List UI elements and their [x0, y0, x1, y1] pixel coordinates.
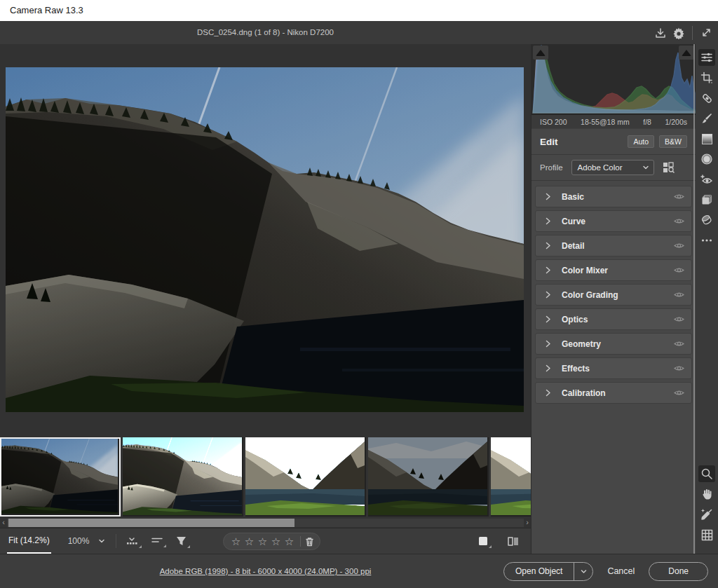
linear-gradient-icon[interactable] [698, 130, 715, 147]
snapshots-icon[interactable] [698, 212, 715, 228]
panel-optics[interactable]: Optics [535, 308, 692, 330]
panel-color-grading[interactable]: Color Grading [535, 284, 692, 306]
panel-scrollbar[interactable] [693, 44, 695, 554]
open-object-dropdown[interactable] [574, 563, 592, 580]
scroll-left-icon[interactable]: ‹ [0, 517, 7, 528]
preview-mode-icon[interactable] [477, 535, 489, 547]
profile-row: Profile Adobe Color [531, 155, 696, 180]
eye-icon[interactable] [674, 266, 684, 274]
white-balance-eyedropper-icon[interactable] [698, 506, 715, 523]
chevron-right-icon [544, 242, 552, 249]
toolbar-divider [116, 534, 116, 548]
eye-icon[interactable] [674, 340, 684, 348]
panel-label: Basic [562, 192, 674, 202]
thumbnail-1[interactable] [0, 437, 121, 517]
chevron-right-icon [544, 193, 552, 200]
healing-icon[interactable] [698, 90, 715, 107]
cancel-button[interactable]: Cancel [607, 566, 635, 576]
panel-label: Effects [562, 364, 674, 374]
scrollbar-track[interactable] [7, 519, 524, 527]
brush-icon[interactable] [698, 110, 715, 127]
pill-divider [300, 536, 301, 547]
star-icon[interactable]: ☆ [283, 533, 296, 549]
panel-label: Optics [562, 315, 674, 324]
edit-sliders-icon[interactable] [698, 49, 715, 66]
chevron-right-icon [544, 340, 552, 348]
image-preview-area [0, 44, 531, 435]
eye-icon[interactable] [674, 389, 684, 397]
radial-gradient-icon[interactable] [698, 151, 715, 167]
profile-dropdown[interactable]: Adobe Color [571, 160, 654, 175]
fit-zoom-button[interactable]: Fit (14.2%) [7, 528, 51, 554]
exif-iso: ISO 200 [540, 118, 567, 126]
settings-gear-icon[interactable] [670, 25, 688, 41]
panel-label: Color Grading [562, 290, 674, 300]
filmstrip-scrollbar: ‹ › [0, 517, 531, 528]
filmstrip [0, 435, 531, 517]
histogram [531, 44, 696, 114]
exif-info: ISO 200 18-55@18 mm f/8 1/200s [531, 114, 696, 129]
profile-browser-icon[interactable] [663, 162, 675, 173]
highlight-clipping-indicator[interactable] [679, 46, 694, 60]
panel-geometry[interactable]: Geometry [535, 333, 692, 355]
scroll-right-icon[interactable]: › [524, 517, 531, 528]
eye-icon[interactable] [674, 291, 684, 299]
filmstrip-view-icon[interactable] [126, 535, 139, 547]
exif-aperture: f/8 [643, 118, 651, 126]
panel-effects[interactable]: Effects [535, 357, 692, 379]
star-icon[interactable]: ☆ [229, 533, 243, 549]
star-icon[interactable]: ☆ [269, 533, 283, 549]
panel-label: Calibration [562, 388, 674, 398]
edit-title: Edit [540, 137, 623, 147]
eye-icon[interactable] [674, 315, 684, 323]
hand-tool-icon[interactable] [698, 486, 715, 502]
thumbnail-5[interactable] [491, 437, 531, 517]
main-photo[interactable] [6, 67, 524, 412]
filename-title: DSC_0254.dng (1 of 8) - Nikon D7200 [0, 21, 531, 44]
red-eye-icon[interactable] [698, 171, 715, 188]
fullscreen-icon[interactable] [697, 25, 715, 41]
window-title: Camera Raw 13.3 [0, 0, 718, 21]
download-icon[interactable] [651, 25, 670, 41]
panel-curve[interactable]: Curve [535, 210, 692, 232]
star-icon[interactable]: ☆ [256, 533, 269, 549]
before-after-icon[interactable] [507, 536, 520, 547]
scrollbar-thumb[interactable] [8, 519, 294, 527]
thumbnail-3[interactable] [245, 437, 366, 517]
panel-label: Color Mixer [562, 266, 674, 275]
filter-icon[interactable] [176, 536, 187, 547]
zoom-level-dropdown[interactable] [97, 537, 106, 545]
chevron-right-icon [544, 266, 552, 274]
zoom-tool-icon[interactable] [698, 465, 715, 482]
eye-icon[interactable] [674, 364, 684, 372]
header-bar: DSC_0254.dng (1 of 8) - Nikon D7200 [0, 21, 718, 44]
zoom-100-button[interactable]: 100% [68, 536, 90, 546]
thumbnail-2[interactable] [123, 437, 243, 517]
panel-detail[interactable]: Detail [535, 235, 692, 257]
done-button[interactable]: Done [649, 562, 708, 581]
panel-basic[interactable]: Basic [535, 186, 692, 207]
workflow-options-link[interactable]: Adobe RGB (1998) - 8 bit - 6000 x 4000 (… [160, 567, 372, 575]
panel-color-mixer[interactable]: Color Mixer [535, 259, 692, 281]
crop-icon[interactable] [698, 69, 715, 86]
chevron-right-icon [544, 364, 552, 372]
panel-calibration[interactable]: Calibration [535, 382, 692, 404]
presets-icon[interactable] [698, 191, 715, 208]
chevron-right-icon [544, 389, 552, 397]
chevron-right-icon [544, 217, 552, 225]
eye-icon[interactable] [674, 217, 684, 225]
thumbnail-4[interactable] [368, 437, 489, 517]
star-icon[interactable]: ☆ [243, 533, 256, 549]
auto-button[interactable]: Auto [628, 135, 654, 148]
eye-icon[interactable] [674, 193, 684, 200]
bw-button[interactable]: B&W [659, 135, 687, 148]
sort-order-icon[interactable] [151, 536, 163, 546]
more-options-icon[interactable] [698, 232, 715, 249]
open-object-button[interactable]: Open Object [504, 563, 574, 580]
trash-icon[interactable] [305, 537, 314, 547]
eye-icon[interactable] [674, 242, 684, 249]
panel-label: Geometry [562, 339, 674, 349]
shadow-clipping-indicator[interactable] [533, 46, 548, 60]
color-sampler-grid-icon[interactable] [698, 526, 715, 543]
open-object-split-button: Open Object [503, 562, 593, 581]
